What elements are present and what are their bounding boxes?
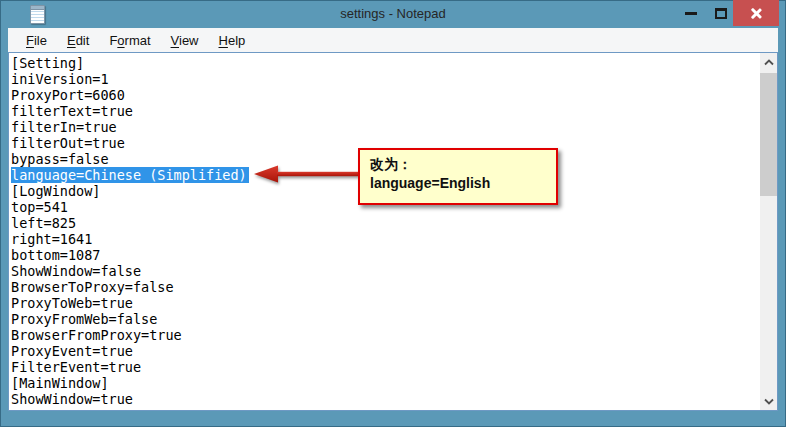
close-button[interactable] (733, 0, 779, 26)
editor-line[interactable]: ProxyToWeb=true (11, 295, 759, 311)
annotation-callout: 改为： language=English (358, 148, 558, 205)
minimize-button[interactable] (678, 0, 704, 26)
editor-line[interactable]: ShowWindow=true (11, 391, 759, 407)
editor-line[interactable]: right=1641 (11, 231, 759, 247)
close-icon (750, 7, 763, 20)
annotation-arrow (252, 163, 360, 187)
menu-view[interactable]: View (161, 30, 209, 51)
editor-line[interactable]: ProxyFromWeb=false (11, 311, 759, 327)
editor-line[interactable]: BrowserFromProxy=true (11, 327, 759, 343)
chevron-down-icon (764, 398, 774, 405)
editor-line[interactable]: filterIn=true (11, 119, 759, 135)
scrollbar-thumb[interactable] (760, 73, 777, 196)
editor-line[interactable]: FilterEvent=true (11, 359, 759, 375)
editor-content[interactable]: [Setting] iniVersion=1 ProxyPort=6060 fi… (9, 53, 759, 410)
window-title: settings - Notepad (0, 0, 786, 28)
maximize-icon (715, 8, 727, 19)
menubar: File Edit Format View Help (8, 28, 778, 52)
titlebar[interactable]: settings - Notepad (0, 0, 786, 28)
text-editor[interactable]: [Setting] iniVersion=1 ProxyPort=6060 fi… (8, 52, 778, 411)
editor-line[interactable]: filterText=true (11, 103, 759, 119)
editor-line[interactable]: ProxyEvent=true (11, 343, 759, 359)
scroll-up-button[interactable] (760, 53, 777, 71)
scroll-down-button[interactable] (760, 392, 777, 410)
maximize-button[interactable] (708, 0, 734, 26)
menu-file[interactable]: File (16, 30, 57, 51)
menu-edit[interactable]: Edit (57, 30, 99, 51)
editor-line[interactable]: [MainWindow] (11, 375, 759, 391)
editor-line[interactable]: iniVersion=1 (11, 71, 759, 87)
chevron-up-icon (764, 59, 774, 66)
callout-line1: 改为： (370, 155, 546, 174)
callout-line2: language=English (370, 174, 546, 193)
menu-help[interactable]: Help (209, 30, 256, 51)
editor-line[interactable]: ProxyPort=6060 (11, 87, 759, 103)
left-arrow-icon (252, 163, 360, 187)
selected-text[interactable]: language=Chinese (Simplified) (11, 167, 249, 183)
editor-line[interactable]: ShowWindow=false (11, 263, 759, 279)
menu-format[interactable]: Format (99, 30, 160, 51)
editor-line[interactable]: [Setting] (11, 55, 759, 71)
notepad-window: settings - Notepad File Edit Format View… (0, 0, 786, 427)
editor-line[interactable]: left=825 (11, 215, 759, 231)
minimize-icon (685, 12, 697, 15)
vertical-scrollbar[interactable] (760, 53, 777, 410)
editor-line[interactable]: bottom=1087 (11, 247, 759, 263)
editor-line[interactable]: BrowserToProxy=false (11, 279, 759, 295)
